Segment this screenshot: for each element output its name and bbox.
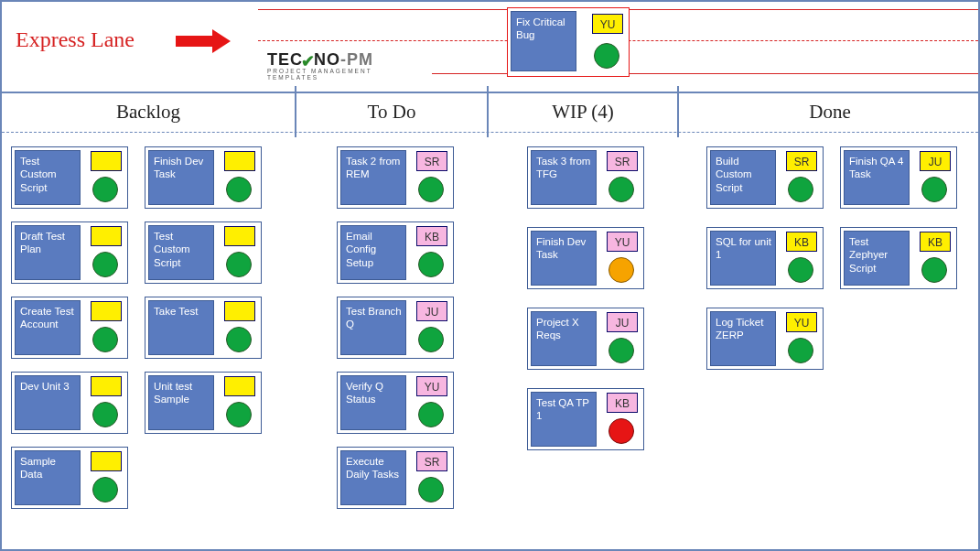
assignee-badge: JU (920, 151, 951, 171)
assignee-badge (224, 226, 255, 246)
card-title: Fix Critical Bug (511, 11, 576, 71)
card-title: Unit test Sample (148, 375, 214, 430)
status-indicator-icon (608, 177, 634, 202)
kanban-card[interactable]: Take Test (145, 297, 262, 359)
card-title: Task 2 from REM (340, 150, 406, 205)
kanban-card[interactable]: Unit test Sample (145, 372, 262, 434)
kanban-card[interactable]: Finish QA 4 TaskJU (840, 146, 957, 209)
status-indicator-icon (921, 257, 947, 283)
column-headers: Backlog To Do WIP (4) Done (2, 93, 978, 132)
logo-subtitle: PROJECT MANAGEMENT TEMPLATES (267, 68, 423, 81)
status-indicator-icon (92, 402, 118, 427)
status-indicator-icon (788, 338, 813, 363)
assignee-badge: SR (416, 451, 447, 471)
cards-area: Test Custom ScriptDraft Test PlanCreate … (2, 139, 978, 546)
card-title: Execute Daily Tasks (340, 450, 406, 505)
card-title: Test Custom Script (148, 225, 214, 280)
assignee-badge (91, 301, 122, 321)
kanban-card[interactable]: Build Custom ScriptSR (706, 146, 824, 209)
logo-text: TEC (267, 50, 303, 70)
card-title: Sample Data (15, 450, 81, 505)
kanban-card[interactable]: Sample Data (11, 447, 128, 509)
kanban-card[interactable]: Finish Dev TaskYU (527, 227, 644, 289)
kanban-card[interactable]: Test Custom Script (11, 146, 128, 209)
status-indicator-icon (226, 402, 252, 427)
logo-text: -PM (340, 50, 373, 70)
kanban-card[interactable]: Task 3 from TFGSR (527, 146, 644, 209)
status-indicator-icon (418, 252, 444, 277)
card-title: Test Custom Script (15, 150, 81, 205)
assignee-badge (224, 151, 255, 171)
column-divider (295, 86, 296, 137)
kanban-card[interactable]: Test Zephyer ScriptKB (840, 227, 957, 289)
assignee-badge: KB (786, 232, 817, 252)
column-header-backlog: Backlog (2, 93, 295, 132)
status-indicator-icon (608, 257, 634, 283)
card-title: Test QA TP 1 (531, 392, 597, 447)
card-title: SQL for unit 1 (710, 231, 776, 286)
card-title: Create Test Account (15, 300, 81, 355)
assignee-badge: YU (786, 312, 817, 332)
status-indicator-icon (594, 43, 619, 69)
card-title: Project X Reqs (531, 311, 597, 366)
status-indicator-icon (92, 327, 118, 352)
status-indicator-icon (226, 252, 252, 277)
logo-text: NO (314, 50, 340, 70)
status-indicator-icon (418, 402, 444, 427)
technopm-logo: TEC ✔ NO -PM PROJECT MANAGEMENT TEMPLATE… (258, 48, 432, 81)
status-indicator-icon (921, 177, 947, 202)
kanban-card[interactable]: Test Custom Script (145, 221, 262, 284)
status-indicator-icon (226, 327, 252, 352)
kanban-card[interactable]: SQL for unit 1KB (706, 227, 824, 289)
card-title: Finish Dev Task (148, 150, 214, 205)
card-title: Finish Dev Task (531, 231, 597, 286)
assignee-badge: KB (607, 393, 638, 413)
card-express[interactable]: Fix Critical Bug YU (507, 7, 630, 77)
assignee-badge: YU (416, 376, 447, 396)
kanban-card[interactable]: Task 2 from REMSR (337, 146, 454, 209)
kanban-board: Express Lane TEC ✔ NO -PM PROJECT MANAGE… (0, 0, 980, 551)
assignee-badge (224, 301, 255, 321)
assignee-badge: KB (920, 232, 951, 252)
kanban-card[interactable]: Test QA TP 1KB (527, 388, 644, 450)
status-indicator-icon (418, 177, 444, 202)
express-lane-label: Express Lane (16, 27, 135, 52)
status-indicator-icon (418, 477, 444, 502)
kanban-card[interactable]: Email Config SetupKB (337, 221, 454, 284)
kanban-card[interactable]: Draft Test Plan (11, 221, 128, 284)
card-title: Draft Test Plan (15, 225, 81, 280)
assignee-badge: JU (607, 312, 638, 332)
card-title: Verify Q Status (340, 375, 406, 430)
arrow-right-icon (176, 31, 231, 51)
express-lane: Express Lane TEC ✔ NO -PM PROJECT MANAGE… (2, 2, 978, 92)
assignee-badge (224, 376, 255, 396)
status-indicator-icon (608, 338, 634, 363)
column-done: Build Custom ScriptSRSQL for unit 1KBLog… (679, 139, 980, 546)
column-backlog: Test Custom ScriptDraft Test PlanCreate … (2, 139, 295, 546)
status-indicator-icon (788, 177, 813, 202)
card-title: Log Ticket ZERP (710, 311, 776, 366)
assignee-badge (91, 151, 122, 171)
kanban-card[interactable]: Finish Dev Task (145, 146, 262, 209)
assignee-badge: SR (416, 151, 447, 171)
kanban-card[interactable]: Dev Unit 3 (11, 372, 128, 434)
check-icon: ✔ (301, 51, 316, 71)
status-indicator-icon (92, 252, 118, 277)
status-indicator-icon (226, 177, 252, 202)
status-indicator-icon (788, 257, 813, 283)
kanban-card[interactable]: Log Ticket ZERPYU (706, 308, 824, 370)
kanban-card[interactable]: Execute Daily TasksSR (337, 447, 454, 509)
kanban-card[interactable]: Project X ReqsJU (527, 308, 644, 370)
kanban-card[interactable]: Create Test Account (11, 297, 128, 359)
assignee-badge (91, 376, 122, 396)
column-todo: Task 2 from REMSREmail Config SetupKBTes… (296, 139, 487, 546)
status-indicator-icon (92, 477, 118, 502)
assignee-badge: YU (592, 14, 623, 34)
card-title: Dev Unit 3 (15, 375, 81, 430)
card-title: Test Branch Q (340, 300, 406, 355)
column-wip: Task 3 from TFGSRFinish Dev TaskYUProjec… (489, 139, 677, 546)
card-title: Test Zephyer Script (844, 231, 910, 286)
column-divider (677, 86, 679, 137)
kanban-card[interactable]: Test Branch QJU (337, 297, 454, 359)
kanban-card[interactable]: Verify Q StatusYU (337, 372, 454, 434)
